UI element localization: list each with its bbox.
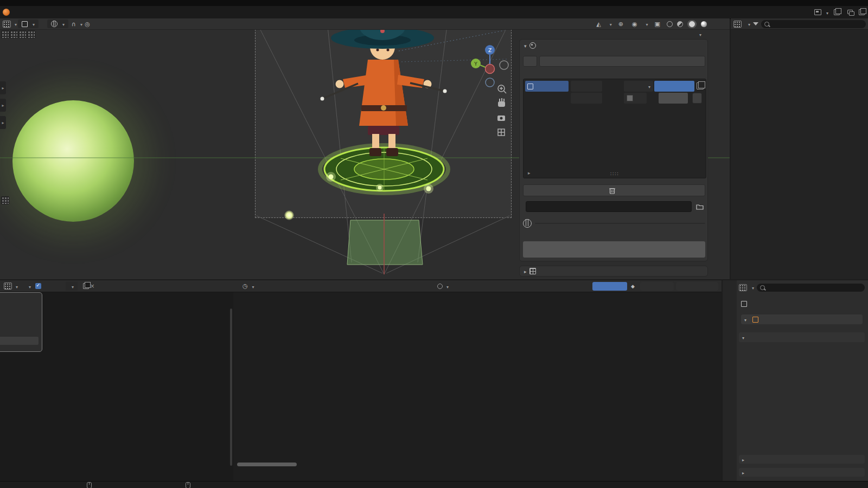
collapse-arrow-icon[interactable] [524,42,529,49]
pivot-icon[interactable] [10,30,18,38]
render-progress-bar [523,241,705,258]
wireframe-shading-icon[interactable] [667,21,673,27]
remove-item-button[interactable] [692,93,702,104]
spritesheet-panel-header[interactable] [519,266,708,277]
step-field[interactable] [659,93,688,104]
chevron-down-icon [250,282,254,290]
properties-search[interactable] [757,284,865,292]
search-input[interactable] [767,284,861,291]
animation-list[interactable] [523,79,706,178]
options-dropdown[interactable] [697,30,701,38]
add-workspace-button[interactable] [22,11,28,14]
editor-type-icon[interactable] [3,21,11,28]
filter-icon[interactable] [753,22,758,25]
start-frame-field[interactable] [640,282,674,291]
sidebar-tab-strip [709,39,722,277]
node-value-field[interactable] [0,337,39,345]
chevron-down-icon[interactable] [444,282,449,290]
add-animation-plus-button[interactable] [523,56,537,67]
partial-node[interactable] [0,292,42,352]
toolbar-expand-tab[interactable]: ▸ [0,116,6,129]
add-animation-button[interactable] [539,56,705,67]
relations-header[interactable] [739,468,865,477]
frames-count-field[interactable] [571,93,602,104]
blender-logo-icon[interactable] [3,9,10,16]
use-nodes-checkbox[interactable] [35,283,41,289]
magic-circle[interactable] [320,145,448,194]
keyframe-icon[interactable]: ◆ [631,284,635,289]
mode-dropdown[interactable] [18,20,39,28]
orientation-dropdown[interactable] [47,20,68,28]
viewport-nav-icons[interactable] [497,85,506,136]
editor-type-icon[interactable] [739,284,747,291]
pivot-icon[interactable] [27,30,35,38]
overlays-icon[interactable]: ◉ [630,21,640,28]
object-name-row[interactable] [741,314,863,324]
new-viewlayer-icon[interactable] [859,9,865,15]
visibility-icon[interactable]: ◭ [594,21,603,28]
timeline-editor-icon[interactable]: ◷ [240,282,250,290]
end-frame-field[interactable] [676,282,718,291]
viewport-canvas[interactable]: Z Y [0,29,730,279]
outliner-editor [731,18,868,279]
xray-icon[interactable]: ▣ [653,21,662,28]
svg-text:Z: Z [488,48,492,53]
export-folder-field[interactable] [526,201,692,212]
chevron-down-icon [60,20,65,28]
chevron-down-icon[interactable] [78,20,82,28]
chevron-down-icon[interactable] [746,20,750,28]
current-frame-field[interactable] [592,282,627,291]
list-resize-grip[interactable] [610,171,620,177]
transform-section-header[interactable] [739,332,865,342]
delta-transform-header[interactable] [739,455,865,464]
status-bar [0,481,868,488]
search-input[interactable] [771,20,863,28]
scrollbar[interactable] [230,309,232,466]
rendered-shading-icon[interactable] [701,21,707,27]
editor-type-icon[interactable] [733,21,742,28]
camera-view-icon [497,115,505,121]
viewport-3d[interactable]: ∩ ◎ ◭ ⊕ ◉ ▣ [0,18,730,279]
chevron-down-icon [750,284,754,291]
pivot-icon[interactable] [18,30,27,38]
outliner-search[interactable] [761,20,866,28]
image-browse-icon[interactable] [83,283,89,289]
start-frame-field[interactable] [571,81,602,92]
chevron-down-icon[interactable] [12,20,17,28]
total-frames-button[interactable] [654,81,694,92]
toolbar-expand-tab[interactable]: ▸ [0,81,6,94]
material-shading-icon[interactable] [689,21,695,27]
toolbar-expand-tab[interactable]: ▸ [0,99,6,112]
collection-field[interactable] [624,93,647,104]
wizard-character[interactable] [321,29,447,156]
animation-item-name[interactable] [525,81,569,92]
chevron-down-icon[interactable] [14,282,18,290]
snap-magnet-icon[interactable]: ∩ [69,21,78,28]
slot-dropdown[interactable] [66,282,78,291]
camera-dropdown[interactable] [624,81,653,92]
list-expand-icon[interactable] [528,170,531,176]
nav-gizmo[interactable]: Z Y [471,45,508,87]
camera-plane[interactable] [347,220,423,265]
clear-collection-icon[interactable] [648,93,655,104]
solid-shading-icon[interactable] [677,21,683,27]
pivot-icon[interactable] [1,30,9,38]
proportional-edit-icon[interactable]: ◎ [82,21,92,28]
auto-keyframe-icon[interactable] [437,284,443,289]
render-button[interactable] [535,223,705,224]
new-scene-icon[interactable] [834,9,840,15]
image-editor[interactable] [234,292,722,481]
chevron-down-icon[interactable] [824,9,828,16]
folder-browse-button[interactable] [694,202,705,211]
editor-type-icon[interactable] [4,282,12,290]
remove-all-animations-button[interactable] [523,184,705,196]
copy-icon[interactable] [697,82,704,89]
mouse-icon [87,482,92,488]
scrollbar[interactable] [237,463,297,466]
animation-icon [527,84,533,89]
shader-node-editor[interactable] [0,292,233,481]
annotation-icon[interactable] [1,196,9,204]
svg-text:Y: Y [474,61,477,67]
orientation-icon [51,21,58,27]
gizmos-icon[interactable]: ⊕ [616,21,626,28]
